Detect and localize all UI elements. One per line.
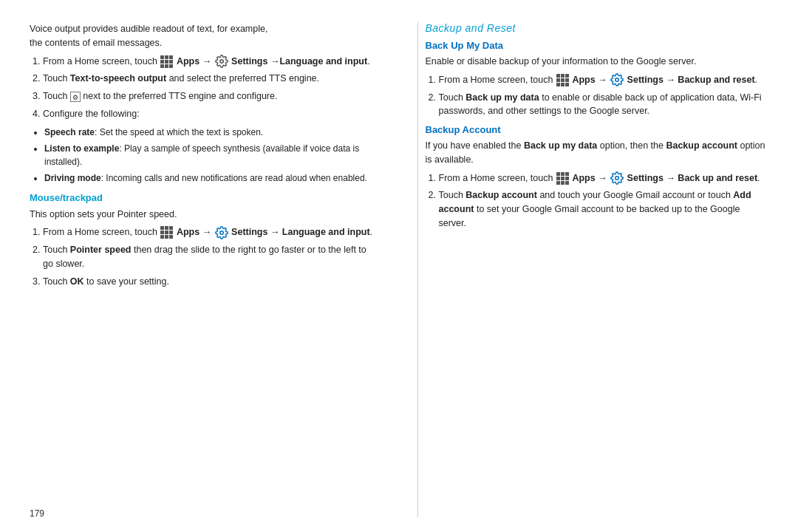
arrow-1: → <box>202 56 214 66</box>
apps-grid-icon-3 <box>556 74 569 86</box>
bullet-speech-rate: Speech rate: Set the speed at which the … <box>44 126 373 139</box>
settings-gear-icon-4 <box>610 171 624 185</box>
left-column: Voice output provides audible readout of… <box>30 22 388 517</box>
settings-label-4: Settings <box>627 173 664 183</box>
tts-output-label: Text-to-speech output <box>70 73 166 83</box>
backup-account-label: Backup account <box>466 190 537 200</box>
step-4: Configure the following: <box>43 107 373 121</box>
apps-label: Apps <box>177 56 200 66</box>
backup-account-step-2: Touch Backup account and touch your Goog… <box>439 188 769 230</box>
mouse-intro: This option sets your Pointer speed. <box>30 208 373 222</box>
apps-grid-icon-4 <box>556 172 569 185</box>
steps-list-1: From a Home screen, touch Apps → Setting… <box>43 55 373 121</box>
backup-account-steps: From a Home screen, touch Apps → Setting… <box>439 171 769 231</box>
settings-gear-icon-3 <box>610 73 624 86</box>
settings-label-3: Settings <box>627 75 664 85</box>
ok-label: OK <box>70 276 84 287</box>
mouse-step-1: From a Home screen, touch Apps → Setting… <box>43 225 373 239</box>
page-number: 179 <box>30 508 44 519</box>
bullet-listen: Listen to example: Play a sample of spee… <box>44 142 373 168</box>
settings-gear-icon-1 <box>215 55 228 68</box>
configure-bullets: Speech rate: Set the speed at which the … <box>44 126 373 185</box>
settings-label-1: Settings <box>231 56 267 66</box>
backup-account-title: Backup Account <box>426 124 769 135</box>
backup-account-step-1: From a Home screen, touch Apps → Setting… <box>439 171 769 185</box>
right-column: Backup and Reset Back Up My Data Enable … <box>417 22 769 517</box>
step-1: From a Home screen, touch Apps → Setting… <box>43 55 373 69</box>
backup-intro: Enable or disable backup of your informa… <box>426 55 769 69</box>
arrow-language: →Language and input <box>270 56 367 66</box>
page-layout: Voice output provides audible readout of… <box>0 0 798 532</box>
bullet-driving: Driving mode: Incoming calls and new not… <box>44 171 373 185</box>
intro-line1: Voice output provides audible readout of… <box>30 22 373 50</box>
mouse-step-3: Touch OK to save your setting. <box>43 275 373 289</box>
settings-label-2: Settings <box>231 227 267 237</box>
apps-grid-icon <box>160 55 173 68</box>
settings-gear-icon-2 <box>215 226 228 239</box>
arrow-3: → <box>598 75 610 85</box>
backup-step-2: Touch Back up my data to enable or disab… <box>439 91 769 119</box>
mouse-trackpad-title: Mouse/trackpad <box>30 192 373 203</box>
svg-point-2 <box>615 78 619 82</box>
pointer-speed-label: Pointer speed <box>70 245 132 255</box>
svg-point-3 <box>615 177 619 180</box>
arrow-language-2: → Language and input <box>270 227 370 237</box>
backup-step-1: From a Home screen, touch Apps → Setting… <box>439 73 769 87</box>
apps-label-3: Apps <box>572 75 595 85</box>
backup-account-intro: If you have enabled the Back up my data … <box>426 139 769 167</box>
apps-label-4: Apps <box>572 173 595 183</box>
arrow-backup-reset: → Backup and reset <box>666 75 754 85</box>
backup-reset-header: Backup and Reset <box>426 22 769 34</box>
step-2: Touch Text-to-speech output and select t… <box>43 72 373 86</box>
backup-steps: From a Home screen, touch Apps → Setting… <box>439 73 769 118</box>
arrow-back-up-reset: → Back up and reset <box>666 173 757 183</box>
arrow-4: → <box>598 173 610 183</box>
arrow-2: → <box>202 227 214 237</box>
tts-engine-icon: ⚙ <box>70 92 81 102</box>
apps-label-2: Apps <box>177 227 200 237</box>
step-3: Touch ⚙ next to the preferred TTS engine… <box>43 89 373 103</box>
svg-point-0 <box>219 60 223 64</box>
mouse-steps: From a Home screen, touch Apps → Setting… <box>43 225 373 288</box>
back-up-my-data-label: Back up my data <box>466 92 539 103</box>
apps-grid-icon-2 <box>160 226 173 239</box>
svg-point-1 <box>219 231 223 235</box>
back-up-my-data-title: Back Up My Data <box>426 40 769 51</box>
mouse-step-2: Touch Pointer speed then drag the slide … <box>43 243 373 271</box>
